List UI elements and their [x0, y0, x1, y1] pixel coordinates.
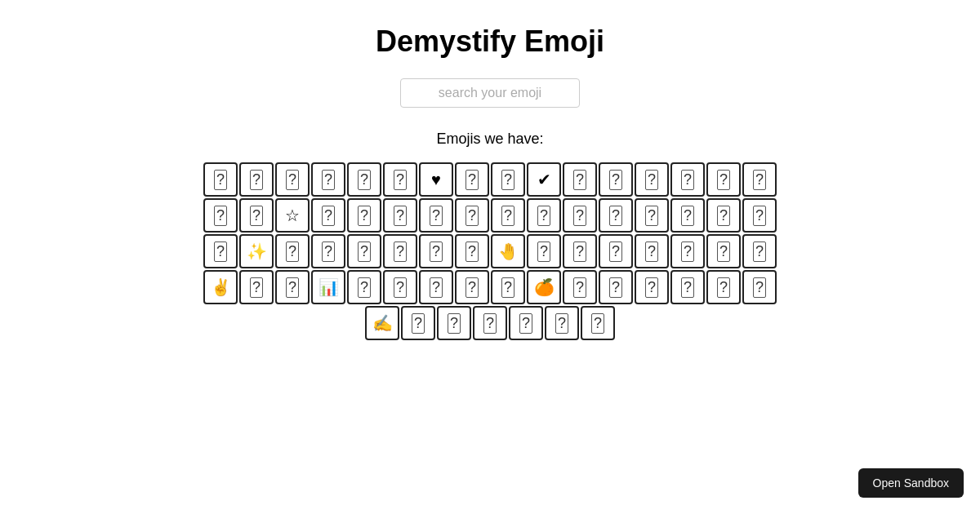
- emoji-item[interactable]: ?: [599, 162, 633, 197]
- search-input[interactable]: [400, 78, 580, 108]
- emoji-item[interactable]: ?: [275, 234, 310, 268]
- emoji-item[interactable]: ?: [491, 270, 525, 304]
- emoji-item[interactable]: ?: [455, 270, 489, 304]
- page-container: Demystify Emoji Emojis we have: ??????♥?…: [0, 0, 980, 340]
- emoji-item[interactable]: ?: [383, 234, 417, 268]
- emoji-item[interactable]: ?: [275, 162, 310, 197]
- emoji-item[interactable]: ?: [203, 234, 238, 268]
- emoji-item[interactable]: ?: [509, 306, 543, 340]
- emoji-item[interactable]: ?: [635, 162, 669, 197]
- emoji-item[interactable]: ?: [635, 270, 669, 304]
- emoji-item[interactable]: ?: [491, 162, 525, 197]
- emoji-item[interactable]: ?: [599, 198, 633, 233]
- emoji-item[interactable]: ♥: [419, 162, 453, 197]
- emoji-item[interactable]: ?: [742, 234, 777, 268]
- emoji-item[interactable]: 📊: [311, 270, 345, 304]
- emoji-item[interactable]: ?: [599, 270, 633, 304]
- emoji-item[interactable]: ?: [455, 234, 489, 268]
- emoji-item[interactable]: ?: [455, 198, 489, 233]
- emoji-item[interactable]: ?: [599, 234, 633, 268]
- emoji-item[interactable]: ?: [437, 306, 471, 340]
- emoji-item[interactable]: ?: [706, 162, 741, 197]
- emoji-item[interactable]: ?: [527, 234, 561, 268]
- emoji-item[interactable]: ?: [563, 234, 597, 268]
- emoji-item[interactable]: ?: [347, 234, 381, 268]
- emoji-item[interactable]: ?: [419, 234, 453, 268]
- emoji-item[interactable]: ✔: [527, 162, 561, 197]
- page-title: Demystify Emoji: [376, 24, 604, 59]
- emoji-item[interactable]: ?: [670, 162, 705, 197]
- emoji-item[interactable]: ?: [239, 162, 274, 197]
- emoji-item[interactable]: ?: [527, 198, 561, 233]
- emoji-item[interactable]: ?: [706, 198, 741, 233]
- emoji-item[interactable]: ?: [670, 270, 705, 304]
- emoji-item[interactable]: ?: [203, 198, 238, 233]
- emoji-item[interactable]: ?: [239, 270, 274, 304]
- emoji-item[interactable]: ?: [706, 234, 741, 268]
- emoji-item[interactable]: ?: [742, 198, 777, 233]
- emoji-item[interactable]: ?: [635, 198, 669, 233]
- emoji-item[interactable]: ?: [563, 162, 597, 197]
- emoji-item[interactable]: ✨: [239, 234, 274, 268]
- emoji-item[interactable]: ?: [563, 270, 597, 304]
- emoji-item[interactable]: ✍: [365, 306, 399, 340]
- emoji-item[interactable]: ?: [239, 198, 274, 233]
- emoji-item[interactable]: ?: [311, 162, 345, 197]
- emoji-item[interactable]: ?: [311, 234, 345, 268]
- emoji-item[interactable]: ?: [581, 306, 615, 340]
- emoji-item[interactable]: ?: [670, 234, 705, 268]
- emoji-item[interactable]: 🤚: [491, 234, 525, 268]
- emoji-item[interactable]: ?: [545, 306, 579, 340]
- open-sandbox-button[interactable]: Open Sandbox: [858, 468, 964, 498]
- emoji-item[interactable]: ?: [347, 270, 381, 304]
- emoji-item[interactable]: ?: [635, 234, 669, 268]
- emoji-item[interactable]: ?: [742, 270, 777, 304]
- emoji-item[interactable]: ?: [401, 306, 435, 340]
- emoji-item[interactable]: ?: [383, 270, 417, 304]
- emoji-item[interactable]: ?: [742, 162, 777, 197]
- emoji-item[interactable]: ✌: [203, 270, 238, 304]
- emoji-item[interactable]: ?: [419, 198, 453, 233]
- emoji-item[interactable]: ?: [706, 270, 741, 304]
- emoji-grid: ??????♥??✔????????☆??????????????✨??????…: [184, 162, 796, 340]
- emoji-item[interactable]: ?: [203, 162, 238, 197]
- emojis-label: Emojis we have:: [436, 131, 543, 148]
- emoji-item[interactable]: ?: [473, 306, 507, 340]
- emoji-item[interactable]: ?: [563, 198, 597, 233]
- emoji-item[interactable]: ?: [275, 270, 310, 304]
- emoji-item[interactable]: ?: [491, 198, 525, 233]
- emoji-item[interactable]: ?: [347, 162, 381, 197]
- emoji-item[interactable]: ?: [383, 198, 417, 233]
- emoji-item[interactable]: ?: [311, 198, 345, 233]
- emoji-item[interactable]: ?: [347, 198, 381, 233]
- emoji-item[interactable]: ?: [670, 198, 705, 233]
- emoji-item[interactable]: ☆: [275, 198, 310, 233]
- emoji-item[interactable]: ?: [455, 162, 489, 197]
- emoji-item[interactable]: 🍊: [527, 270, 561, 304]
- emoji-item[interactable]: ?: [419, 270, 453, 304]
- emoji-item[interactable]: ?: [383, 162, 417, 197]
